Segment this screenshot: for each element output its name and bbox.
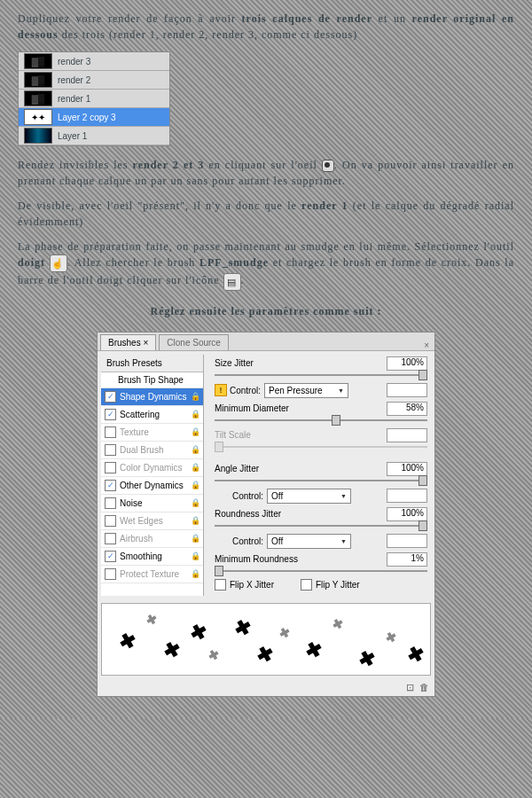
- noise[interactable]: Noise🔒: [101, 495, 203, 512]
- angle-control-dropdown[interactable]: Off: [267, 489, 351, 504]
- brush-options-icon: ▤: [223, 273, 241, 291]
- tilt-scale-label: Tilt Scale: [215, 430, 387, 440]
- control-label: Control:: [230, 386, 261, 395]
- paragraph-3: De visible, avec l'oeil "présent", il n'…: [18, 198, 514, 230]
- other-dynamics[interactable]: ✓Other Dynamics🔒: [101, 477, 203, 495]
- min-diameter-slider[interactable]: [215, 419, 427, 421]
- min-roundness-value[interactable]: 1%: [387, 552, 427, 567]
- brush-tip-shape[interactable]: Brush Tip Shape: [101, 372, 203, 388]
- paragraph-1: Dupliquez votre render de façon à avoir …: [18, 11, 514, 43]
- new-preset-icon[interactable]: ⊡: [406, 682, 414, 693]
- warning-icon: !: [215, 384, 227, 396]
- layer-row[interactable]: ▓▒render 3: [19, 52, 169, 71]
- control-label: Control:: [232, 536, 263, 546]
- angle-jitter-value[interactable]: 100%: [387, 462, 427, 476]
- paragraph-4: La phase de préparation faite, on passe …: [18, 239, 514, 291]
- paragraph-2: Rendez invisibles les render 2 et 3 en c…: [18, 157, 514, 189]
- close-icon[interactable]: ×: [419, 340, 434, 350]
- lock-icon: 🔒: [191, 498, 200, 507]
- texture[interactable]: Texture🔒: [101, 424, 203, 442]
- smoothing[interactable]: ✓Smoothing🔒: [101, 548, 203, 566]
- protect-texture[interactable]: Protect Texture🔒: [101, 566, 203, 583]
- layer-row-selected[interactable]: ✦✦Layer 2 copy 3: [19, 108, 169, 127]
- angle-jitter-label: Angle Jitter: [215, 464, 387, 473]
- layer-row[interactable]: ▓▒render 1: [19, 90, 169, 108]
- flip-y-label: Flip Y Jitter: [316, 580, 360, 590]
- roundness-jitter-slider[interactable]: [215, 525, 427, 527]
- airbrush[interactable]: Airbrush🔒: [101, 530, 203, 548]
- lock-icon: 🔒: [191, 569, 200, 578]
- size-jitter-slider[interactable]: [215, 374, 427, 376]
- brushes-panel: Brushes × Clone Source × Brush Presets B…: [97, 332, 435, 697]
- lock-icon: 🔒: [191, 410, 200, 419]
- brush-presets-header[interactable]: Brush Presets: [101, 355, 203, 372]
- wet-edges[interactable]: Wet Edges🔒: [101, 512, 203, 530]
- size-jitter-value[interactable]: 100%: [387, 356, 427, 371]
- flip-x-label: Flip X Jitter: [230, 580, 274, 590]
- control-dropdown[interactable]: Pen Pressure: [264, 383, 348, 398]
- brush-preview: ✖✖✖✖✖✖✖✖✖✖✖✖✖: [101, 603, 431, 676]
- lock-icon: 🔒: [191, 427, 200, 436]
- tab-brushes[interactable]: Brushes ×: [100, 334, 156, 350]
- roundness-jitter-label: Roundness Jitter: [215, 509, 387, 519]
- flip-x-checkbox[interactable]: [215, 579, 226, 591]
- color-dynamics[interactable]: Color Dynamics🔒: [101, 459, 203, 477]
- lock-icon: 🔒: [191, 516, 200, 525]
- brush-options-list: Brush Presets Brush Tip Shape ✓Shape Dyn…: [101, 355, 204, 596]
- min-roundness-slider[interactable]: [215, 570, 427, 572]
- smudge-tool-icon: ☝: [50, 254, 67, 272]
- shape-dynamics[interactable]: ✓Shape Dynamics🔒: [101, 388, 203, 406]
- control-label: Control:: [232, 491, 263, 501]
- lock-icon: 🔒: [191, 534, 200, 543]
- paragraph-5: Réglez ensuite les paramètres comme suit…: [18, 303, 514, 319]
- lock-icon: 🔒: [191, 552, 200, 560]
- tilt-slider: [215, 446, 427, 448]
- dual-brush[interactable]: Dual Brush🔒: [101, 442, 203, 459]
- angle-jitter-slider[interactable]: [215, 480, 427, 481]
- flip-y-checkbox[interactable]: [301, 579, 312, 591]
- roundness-control-dropdown[interactable]: Off: [267, 534, 351, 549]
- size-jitter-label: Size Jitter: [215, 358, 387, 368]
- eye-icon: [322, 160, 334, 172]
- trash-icon[interactable]: 🗑: [419, 682, 429, 693]
- lock-icon: 🔒: [191, 463, 200, 472]
- layer-row[interactable]: Layer 1: [19, 127, 169, 145]
- layer-row[interactable]: ▓▒render 2: [19, 71, 169, 90]
- lock-icon: 🔒: [191, 481, 200, 489]
- layers-panel: ▓▒render 3 ▓▒render 2 ▓▒render 1 ✦✦Layer…: [18, 51, 170, 146]
- lock-icon: 🔒: [191, 392, 200, 401]
- tab-clone-source[interactable]: Clone Source: [159, 334, 229, 350]
- min-diameter-value[interactable]: 58%: [387, 402, 427, 416]
- roundness-jitter-value[interactable]: 100%: [387, 507, 427, 521]
- min-diameter-label: Minimum Diameter: [215, 403, 387, 413]
- min-roundness-label: Minimum Roundness: [215, 554, 387, 564]
- scattering[interactable]: ✓Scattering🔒: [101, 406, 203, 424]
- lock-icon: 🔒: [191, 445, 200, 454]
